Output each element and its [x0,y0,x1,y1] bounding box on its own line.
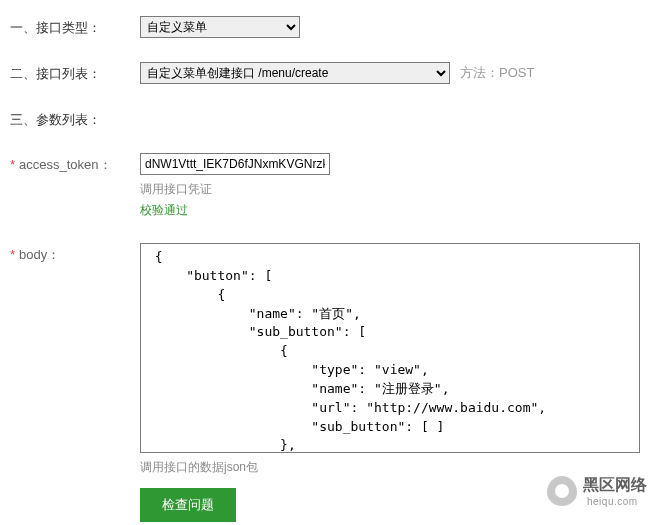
hint-access-token: 调用接口凭证 [140,181,651,198]
check-button[interactable]: 检查问题 [140,488,236,522]
mushroom-icon [547,476,577,506]
textarea-body[interactable] [140,243,640,453]
label-access-token: access_token： [10,153,140,174]
watermark: 黑区网络 heiqu.com [547,475,647,507]
label-interface-list: 二、接口列表： [10,62,140,83]
input-access-token[interactable] [140,153,330,175]
label-params: 三、参数列表： [10,108,140,129]
select-interface-type[interactable]: 自定义菜单 [140,16,300,38]
status-ok: 校验通过 [140,202,651,219]
method-label: 方法：POST [460,64,534,82]
hint-body: 调用接口的数据json包 [140,459,651,476]
select-interface-list[interactable]: 自定义菜单创建接口 /menu/create [140,62,450,84]
label-body: body： [10,243,140,264]
label-interface-type: 一、接口类型： [10,16,140,37]
